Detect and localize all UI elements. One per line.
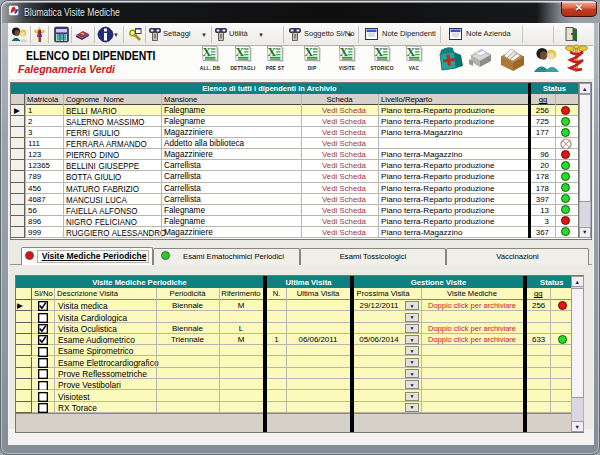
svg-text:X: X xyxy=(305,45,314,59)
svg-text:X: X xyxy=(203,45,212,59)
svg-text:X: X xyxy=(268,45,277,59)
svg-text:X: X xyxy=(236,45,245,59)
svg-text:X: X xyxy=(375,45,384,59)
svg-text:X: X xyxy=(407,45,416,59)
svg-text:X: X xyxy=(340,45,349,59)
